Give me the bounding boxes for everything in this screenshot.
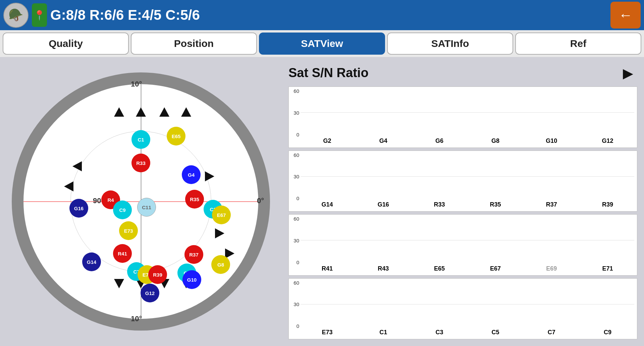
gridline-30-3	[301, 240, 634, 240]
bar-group-G2	[301, 88, 354, 137]
x-labels-row-1: G2 G4 G6 G8 G10 G12	[301, 137, 634, 145]
app-logo: 🪖	[3, 3, 29, 28]
label-R33: R33	[413, 201, 466, 208]
sat-R33: R33	[131, 154, 150, 172]
label-E69: E69	[525, 265, 578, 272]
bar-group-G6	[413, 88, 466, 137]
chart-row-1: 60 30 0	[288, 86, 637, 148]
arrow-8	[114, 279, 124, 288]
x-labels-row-4: E73 C1 C3 C5 C7 C9	[301, 329, 634, 336]
sat-R41: R41	[113, 244, 132, 263]
bar-group-E69	[525, 216, 578, 265]
label-C1: C1	[357, 329, 410, 336]
bar-group-G10	[525, 88, 578, 137]
y-axis-1: 60 30 0	[291, 88, 300, 137]
chart-row-4: 60 30 0	[288, 278, 637, 340]
bar-group-E65	[413, 216, 466, 265]
bar-group-R43	[357, 216, 410, 265]
main-content: 10° 10° 90° 0° C1 E65 R33 G4	[0, 57, 644, 346]
chart-panel: Sat S/N Ratio ▶ 60 30 0	[285, 60, 641, 343]
sat-E67: E67	[212, 206, 231, 224]
label-E65: E65	[413, 265, 466, 272]
bar-group-E67	[469, 216, 522, 265]
bar-group-R35	[469, 152, 522, 201]
label-C3: C3	[413, 329, 466, 336]
label-G8: G8	[469, 137, 522, 145]
sat-G4: G4	[182, 165, 201, 184]
label-G12: G12	[581, 137, 634, 145]
bar-group-R41	[301, 216, 354, 265]
chart-row-3: 60 30 0	[288, 214, 637, 276]
header: 🪖 📍 G:8/8 R:6/6 E:4/5 C:5/6 ←	[0, 0, 644, 30]
label-R41: R41	[301, 265, 354, 272]
bar-group-C5	[469, 280, 522, 329]
sat-G12: G12	[141, 284, 159, 302]
label-E73: E73	[301, 329, 354, 336]
y-axis-3: 60 30 0	[291, 216, 300, 265]
gps-icon: 📍	[32, 3, 47, 27]
sky-view-panel: 10° 10° 90° 0° C1 E65 R33 G4	[3, 60, 278, 343]
label-C5: C5	[469, 329, 522, 336]
label-0: 0°	[257, 196, 264, 205]
bar-group-G8	[469, 88, 522, 137]
label-E71: E71	[581, 265, 634, 272]
arrow-4	[181, 107, 191, 117]
bars-area-1	[301, 88, 634, 137]
bar-group-R33	[413, 152, 466, 201]
gridline-30-2	[301, 176, 634, 177]
tab-satinfo[interactable]: SATInfo	[387, 33, 513, 55]
bar-group-C3	[413, 280, 466, 329]
header-title: G:8/8 R:6/6 E:4/5 C:5/6	[50, 7, 607, 23]
label-G10: G10	[525, 137, 578, 145]
sat-G16: G16	[69, 199, 88, 218]
tab-quality[interactable]: Quality	[3, 33, 129, 55]
bars-row-4: 60 30 0	[291, 280, 634, 329]
label-G14: G14	[301, 201, 354, 208]
tab-position[interactable]: Position	[131, 33, 257, 55]
bar-group-C9	[581, 280, 634, 329]
arrow-2	[136, 107, 146, 117]
bar-group-C7	[525, 280, 578, 329]
tab-bar: Quality Position SATView SATInfo Ref	[0, 30, 644, 57]
label-10-top: 10°	[131, 80, 142, 89]
sat-R35: R35	[185, 190, 204, 209]
bars-area-4	[301, 280, 634, 329]
tab-satview[interactable]: SATView	[259, 33, 385, 55]
sat-R37: R37	[184, 245, 203, 264]
gridline-30-1	[301, 112, 634, 113]
bar-group-G12	[581, 88, 634, 137]
label-R37: R37	[525, 201, 578, 208]
x-labels-row-3: R41 R43 E65 E67 E69 E71	[301, 265, 634, 272]
arrow-1	[114, 107, 124, 117]
arrow-5	[72, 161, 82, 171]
sat-E73: E73	[119, 221, 138, 240]
play-button[interactable]: ▶	[619, 64, 637, 82]
sat-C11: C11	[137, 198, 156, 217]
bar-group-C1	[357, 280, 410, 329]
sat-C9: C9	[113, 200, 132, 219]
label-G16: G16	[357, 201, 410, 208]
back-button[interactable]: ←	[610, 2, 641, 28]
gridline-30-4	[301, 304, 634, 304]
sat-G8: G8	[211, 255, 230, 274]
sat-E65: E65	[167, 127, 185, 146]
bars-area-2	[301, 152, 634, 201]
tab-ref[interactable]: Ref	[515, 33, 641, 55]
bar-group-G14	[301, 152, 354, 201]
bar-group-E71	[581, 216, 634, 265]
label-G2: G2	[301, 137, 354, 145]
bars-row-3: 60 30 0	[291, 216, 634, 265]
sat-R39: R39	[148, 265, 167, 284]
bar-group-G16	[357, 152, 410, 201]
label-10-bottom: 10°	[131, 314, 142, 323]
label-G4: G4	[357, 137, 410, 145]
bars-area-3	[301, 216, 634, 265]
chart-header: Sat S/N Ratio ▶	[288, 64, 637, 82]
arrow-12	[215, 228, 224, 238]
label-C7: C7	[525, 329, 578, 336]
label-R43: R43	[357, 265, 410, 272]
bar-group-G4	[357, 88, 410, 137]
label-R35: R35	[469, 201, 522, 208]
bars-row-2: 60 30 0	[291, 152, 634, 201]
bar-group-R37	[525, 152, 578, 201]
